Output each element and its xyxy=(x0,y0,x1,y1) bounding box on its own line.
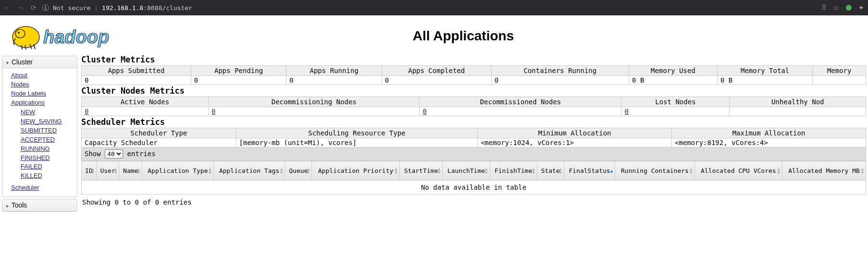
nav-state-submitted[interactable]: SUBMITTED xyxy=(21,126,72,135)
td-active-nodes: 0 xyxy=(82,107,209,116)
browser-toolbar: ← → ⟳ i Not secure | 192.168.1.8:8088/cl… xyxy=(0,0,868,15)
entries-select[interactable]: 40 xyxy=(105,149,123,158)
nav-state-running[interactable]: RUNNING xyxy=(21,145,72,154)
td-apps-pending: 0 xyxy=(191,76,286,85)
translate-icon[interactable]: ⠿ xyxy=(821,4,826,12)
td-unhealthy-nodes xyxy=(730,107,866,116)
th-user[interactable]: User▲▼ xyxy=(96,161,119,181)
nav-node-labels[interactable]: Node Labels xyxy=(11,89,72,98)
th-apps-submitted: Apps Submitted xyxy=(82,66,191,76)
th-lost-nodes: Lost Nodes xyxy=(621,97,730,107)
th-app-tags[interactable]: Application Tags▲▼ xyxy=(213,161,285,181)
th-containers-running: Containers Running xyxy=(491,66,629,76)
td-decommissioning-nodes: 0 xyxy=(209,107,420,116)
td-decommissioned-nodes: 0 xyxy=(420,107,621,116)
extension-icon[interactable] xyxy=(846,5,852,11)
th-priority[interactable]: Application Priority▲▼ xyxy=(312,161,399,181)
th-id[interactable]: ID▲▼ xyxy=(82,161,97,181)
bookmark-icon[interactable]: ☆ xyxy=(833,4,839,12)
th-active-nodes: Active Nodes xyxy=(82,97,209,107)
chevron-right-icon: ▸ xyxy=(6,203,9,208)
th-final-status[interactable]: FinalStatus▲ xyxy=(564,161,615,181)
reload-icon[interactable]: ⟳ xyxy=(31,4,37,12)
th-unhealthy-nodes: Unhealthy Nod xyxy=(730,97,866,107)
th-apps-completed: Apps Completed xyxy=(382,66,491,76)
entries-length-bar: Show 40 entries xyxy=(81,147,866,161)
th-finish[interactable]: FinishTime▲▼ xyxy=(490,161,537,181)
td-memory-more xyxy=(813,76,866,85)
th-memory-total: Memory Total xyxy=(717,66,813,76)
th-apps-running: Apps Running xyxy=(286,66,382,76)
td-max-alloc: <memory:8192, vCores:4> xyxy=(672,138,866,147)
nav-nodes[interactable]: Nodes xyxy=(11,80,72,89)
sort-icon: ▲▼ xyxy=(438,168,440,174)
nav-state-new-saving[interactable]: NEW_SAVING xyxy=(21,117,72,126)
th-scheduler-type: Scheduler Type xyxy=(82,128,236,138)
nav-applications[interactable]: Applications xyxy=(11,98,72,108)
nav-cluster: ▾ Cluster About Nodes Node Labels Applic… xyxy=(2,56,77,197)
nav-state-killed[interactable]: KILLED xyxy=(21,171,72,181)
cluster-metrics-table: Apps Submitted Apps Pending Apps Running… xyxy=(81,65,866,85)
th-cpu[interactable]: Allocated CPU VCores▲▼ xyxy=(694,161,782,181)
sort-icon: ▲▼ xyxy=(778,168,780,174)
back-icon[interactable]: ← xyxy=(4,4,11,12)
nav-state-failed[interactable]: FAILED xyxy=(21,162,72,171)
nav-about[interactable]: About xyxy=(11,71,72,80)
nav-tools-header[interactable]: ▸ Tools xyxy=(2,199,77,211)
nodes-metrics-table: Active Nodes Decommissioning Nodes Decom… xyxy=(81,97,866,116)
sort-icon: ▲▼ xyxy=(861,168,864,174)
th-min-alloc: Minimum Allocation xyxy=(478,128,672,138)
th-queue[interactable]: Queue▲▼ xyxy=(285,161,312,181)
nav-cluster-header[interactable]: ▾ Cluster xyxy=(2,56,77,68)
td-lost-nodes: 0 xyxy=(621,107,730,116)
th-mem[interactable]: Allocated Memory MB▲▼ xyxy=(782,161,866,181)
nav-state-finished[interactable]: FINISHED xyxy=(21,154,72,163)
th-decommissioned-nodes: Decommissioned Nodes xyxy=(420,97,621,107)
th-apps-pending: Apps Pending xyxy=(191,66,286,76)
th-app-type[interactable]: Application Type▲▼ xyxy=(142,161,214,181)
td-resource-type: [memory-mb (unit=Mi), vcores] xyxy=(236,138,478,147)
th-memory-used: Memory Used xyxy=(629,66,718,76)
url-bar[interactable]: i Not secure | 192.168.1.8:8088/cluster xyxy=(42,4,192,12)
link-active-nodes[interactable]: 0 xyxy=(85,108,88,115)
sort-icon: ▲▼ xyxy=(114,168,117,174)
link-decommissioning-nodes[interactable]: 0 xyxy=(211,108,215,115)
scheduler-metrics-title: Scheduler Metrics xyxy=(81,117,866,127)
nav-state-new[interactable]: NEW xyxy=(21,108,72,117)
svg-point-1 xyxy=(15,29,25,38)
nav-scheduler[interactable]: Scheduler xyxy=(11,183,72,193)
th-name[interactable]: Name▲▼ xyxy=(119,161,142,181)
sort-icon: ▲▼ xyxy=(307,168,310,174)
sort-icon: ▲▼ xyxy=(137,168,140,174)
sort-icon: ▲▼ xyxy=(209,168,211,174)
main-content: Cluster Metrics Apps Submitted Apps Pend… xyxy=(79,54,868,216)
th-decommissioning-nodes: Decommissioning Nodes xyxy=(209,97,420,107)
th-start[interactable]: StartTime▲▼ xyxy=(399,161,443,181)
th-running-containers[interactable]: Running Containers▲▼ xyxy=(615,161,694,181)
page-title: All Applications xyxy=(59,28,868,44)
th-launch[interactable]: LaunchTime▲▼ xyxy=(443,161,490,181)
info-icon: i xyxy=(42,4,49,11)
th-state[interactable]: State▲▼ xyxy=(537,161,564,181)
link-lost-nodes[interactable]: 0 xyxy=(624,108,628,115)
td-scheduler-type: Capacity Scheduler xyxy=(82,138,236,147)
empty-row: No data available in table xyxy=(82,181,866,195)
td-apps-running: 0 xyxy=(286,76,382,85)
security-label: Not secure xyxy=(53,4,90,12)
forward-icon[interactable]: → xyxy=(17,4,24,12)
td-apps-completed: 0 xyxy=(382,76,491,85)
th-memory-more: Memory xyxy=(813,66,866,76)
svg-point-0 xyxy=(12,26,39,48)
td-containers-running: 0 xyxy=(491,76,629,85)
svg-point-2 xyxy=(18,32,20,34)
td-memory-total: 0 B xyxy=(717,76,813,85)
puzzle-icon[interactable]: ✦ xyxy=(858,4,864,12)
sidebar: ▾ Cluster About Nodes Node Labels Applic… xyxy=(0,54,79,216)
nodes-metrics-title: Cluster Nodes Metrics xyxy=(81,86,866,96)
sort-icon: ▲▼ xyxy=(395,168,397,174)
nav-state-accepted[interactable]: ACCEPTED xyxy=(21,135,72,145)
nav-tools: ▸ Tools xyxy=(2,199,77,212)
sort-icon: ▲▼ xyxy=(485,168,487,174)
link-decommissioned-nodes[interactable]: 0 xyxy=(422,108,426,115)
cluster-metrics-title: Cluster Metrics xyxy=(81,55,866,64)
